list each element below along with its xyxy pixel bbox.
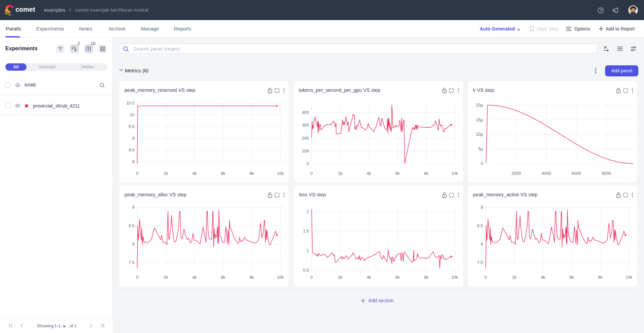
svg-text:0.5: 0.5 — [303, 268, 309, 273]
svg-text:10k: 10k — [277, 275, 284, 280]
svg-text:10k: 10k — [451, 171, 459, 176]
svg-text:4k: 4k — [192, 171, 197, 176]
svg-text:2k: 2k — [164, 171, 168, 176]
svg-text:8k: 8k — [424, 171, 429, 176]
svg-text:8: 8 — [132, 242, 135, 247]
svg-text:20µ: 20µ — [476, 103, 483, 108]
svg-text:4k: 4k — [192, 275, 197, 280]
svg-text:0: 0 — [136, 275, 139, 280]
svg-text:10µ: 10µ — [476, 132, 483, 137]
svg-text:9.5: 9.5 — [129, 124, 135, 129]
svg-text:8.5: 8.5 — [129, 148, 135, 152]
svg-text:6k: 6k — [221, 171, 226, 176]
svg-text:4k: 4k — [367, 275, 371, 280]
svg-text:2k: 2k — [338, 171, 343, 176]
svg-text:200: 200 — [302, 136, 309, 141]
svg-text:6k: 6k — [570, 275, 574, 280]
svg-text:4k: 4k — [367, 171, 371, 176]
svg-text:8: 8 — [132, 159, 135, 164]
svg-text:5µ: 5µ — [478, 147, 483, 151]
svg-text:2k: 2k — [512, 275, 517, 280]
svg-text:9: 9 — [132, 136, 135, 141]
svg-text:9: 9 — [132, 205, 135, 210]
svg-text:8000: 8000 — [602, 171, 611, 176]
svg-text:15µ: 15µ — [476, 118, 483, 122]
svg-text:100: 100 — [302, 149, 309, 153]
svg-text:0: 0 — [481, 161, 483, 166]
svg-text:10k: 10k — [277, 171, 284, 176]
svg-text:300: 300 — [302, 123, 309, 128]
svg-text:6000: 6000 — [572, 171, 581, 176]
svg-text:2: 2 — [307, 209, 309, 214]
svg-text:8.5: 8.5 — [129, 223, 135, 228]
svg-text:0: 0 — [307, 161, 309, 166]
svg-text:7.5: 7.5 — [477, 260, 483, 265]
svg-text:10: 10 — [130, 113, 135, 117]
svg-text:8: 8 — [481, 242, 483, 247]
svg-text:0: 0 — [311, 171, 313, 176]
svg-text:8k: 8k — [250, 275, 254, 280]
svg-text:8k: 8k — [598, 275, 603, 280]
svg-text:2000: 2000 — [512, 171, 521, 176]
svg-text:2k: 2k — [338, 275, 343, 280]
svg-text:6k: 6k — [221, 275, 226, 280]
svg-text:4k: 4k — [541, 275, 545, 280]
svg-text:1.5: 1.5 — [303, 229, 309, 234]
svg-text:10.5: 10.5 — [126, 101, 135, 106]
svg-text:10k: 10k — [626, 275, 633, 280]
svg-text:8k: 8k — [250, 171, 254, 176]
svg-text:10k: 10k — [451, 275, 459, 280]
svg-text:8.5: 8.5 — [477, 223, 483, 228]
svg-text:9: 9 — [481, 205, 483, 210]
svg-text:400: 400 — [302, 110, 309, 115]
svg-text:8k: 8k — [424, 275, 429, 280]
svg-text:0: 0 — [311, 275, 313, 280]
svg-text:6k: 6k — [395, 275, 400, 280]
svg-text:0: 0 — [485, 275, 487, 280]
svg-text:6k: 6k — [395, 171, 400, 176]
svg-text:4000: 4000 — [542, 171, 551, 176]
svg-text:7.5: 7.5 — [129, 260, 135, 265]
svg-text:1: 1 — [307, 249, 309, 253]
svg-text:2k: 2k — [164, 275, 168, 280]
svg-text:0: 0 — [136, 171, 139, 176]
